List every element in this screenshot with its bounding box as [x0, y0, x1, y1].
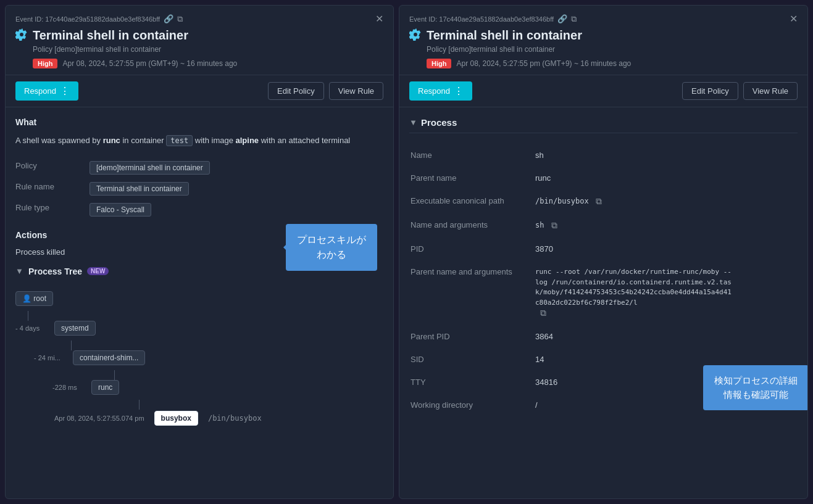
link-icon-right[interactable]: 🔗	[557, 14, 567, 23]
busybox-path: /bin/busybox	[208, 414, 262, 423]
exec-path-value: /bin/busybox ⧉	[535, 190, 796, 213]
tty-label: TTY	[411, 371, 534, 393]
timestamp-right: Apr 08, 2024, 5:27:55 pm (GMT+9) ~ 16 mi…	[456, 59, 631, 68]
systemd-time: - 4 days	[15, 324, 49, 332]
left-panel: Event ID: 17c440ae29a51882daab0e3ef8346b…	[5, 5, 394, 499]
root-node: 👤 root	[15, 291, 53, 306]
copy-icon-left[interactable]: ⧉	[177, 14, 183, 24]
tty-value: 34816 検知プロセスの詳細情報も確認可能	[535, 371, 796, 393]
tree-line-2	[71, 341, 72, 350]
rule-type-label: Rule type	[15, 199, 90, 220]
event-id-row-right: Event ID: 17c440ae29a51882daab0e3ef8346b…	[409, 13, 798, 25]
view-rule-button-right[interactable]: View Rule	[743, 82, 798, 100]
containerd-node: containerd-shim...	[73, 350, 145, 365]
process-section: ▼ Process Name sh Parent name runc Execu…	[399, 107, 807, 427]
parent-pid-row: Parent PID 3864	[411, 326, 796, 347]
parent-args-value: runc --root /var/run/docker/runtime-runc…	[535, 261, 796, 324]
process-tree-toggle[interactable]: ▼	[15, 266, 23, 276]
process-killed-row: Process killed プロセスキルがわかる	[15, 247, 383, 257]
left-panel-body: What A shell was spawned by runc in cont…	[6, 107, 393, 498]
process-name-value: sh	[535, 144, 796, 166]
exec-path-copy[interactable]: ⧉	[596, 196, 602, 206]
process-details-table: Name sh Parent name runc Executable cano…	[409, 143, 798, 417]
close-button-left[interactable]: ✕	[375, 13, 383, 25]
what-description: A shell was spawned by runc in container…	[15, 134, 383, 147]
alpine-text: alpine	[236, 136, 259, 145]
policy-subtitle-left: Policy [demo]terminal shell in container	[15, 45, 383, 54]
tree-node-systemd: - 4 days systemd	[15, 321, 96, 336]
tooltip-overlay-left: プロセスキルがわかる	[286, 224, 377, 271]
runc-node: runc	[91, 380, 119, 395]
severity-badge-left: High	[33, 59, 57, 68]
tree-node-busybox: 0 Apr 08, 2024, 5:27:55.074 pm busybox /…	[15, 411, 262, 426]
pid-row: PID 3870	[411, 238, 796, 260]
link-icon-left[interactable]: 🔗	[164, 14, 173, 23]
event-id-left: Event ID: 17c440ae29a51882daab0e3ef8346b…	[15, 15, 160, 23]
rule-type-row: Rule type Falco - Syscall	[15, 199, 383, 220]
process-section-title: Process	[421, 117, 457, 128]
busybox-timestamp: Apr 08, 2024, 5:27:55.074 pm	[54, 415, 144, 422]
edit-policy-button-left[interactable]: Edit Policy	[268, 82, 324, 100]
title-row-right: Terminal shell in container	[409, 28, 798, 43]
parent-args-row: Parent name and arguments runc --root /v…	[411, 261, 796, 324]
rule-type-value: Falco - Syscall	[90, 199, 383, 220]
working-dir-label: Working directory	[411, 394, 534, 416]
process-toggle[interactable]: ▼	[409, 118, 417, 127]
sid-label: SID	[411, 349, 534, 370]
tree-line-1	[28, 311, 28, 321]
name-args-row: Name and arguments sh ⧉	[411, 214, 796, 237]
pid-value: 3870	[535, 238, 796, 260]
respond-button-right[interactable]: Respond ⋮	[409, 81, 472, 101]
edit-policy-button-right[interactable]: Edit Policy	[682, 82, 738, 100]
event-id-row-left: Event ID: 17c440ae29a51882daab0e3ef8346b…	[15, 13, 383, 25]
actions-section: Actions Process killed プロセスキルがわかる	[15, 230, 383, 257]
action-bar-left: Respond ⋮ Edit Policy View Rule	[6, 75, 393, 107]
parent-name-row: Parent name runc	[411, 167, 796, 189]
policy-value: [demo]terminal shell in container	[90, 157, 383, 178]
new-badge: NEW	[87, 267, 109, 275]
left-panel-header: Event ID: 17c440ae29a51882daab0e3ef8346b…	[6, 6, 393, 75]
name-args-copy[interactable]: ⧉	[551, 220, 557, 230]
rule-name-row: Rule name Terminal shell in container	[15, 178, 383, 199]
title-row-left: Terminal shell in container	[15, 28, 383, 43]
right-tooltip-container: 検知プロセスの詳細情報も確認可能	[703, 365, 807, 410]
tty-row: TTY 34816 検知プロセスの詳細情報も確認可能	[411, 371, 796, 393]
tree-node-containerd: - 24 mi... containerd-shim...	[15, 350, 145, 365]
respond-dots-left[interactable]: ⋮	[60, 85, 70, 97]
process-killed-label: Process killed	[15, 247, 65, 257]
container-name: test	[166, 135, 193, 146]
process-tree-container: 👤 root - 4 days systemd - 24 mi... conta…	[15, 286, 383, 436]
right-tooltip: 検知プロセスの詳細情報も確認可能	[703, 365, 807, 410]
gear-icon-right	[409, 28, 422, 43]
event-id-right: Event ID: 17c440ae29a51882daab0e3ef8346b…	[409, 15, 554, 23]
exec-path-row: Executable canonical path /bin/busybox ⧉	[411, 190, 796, 213]
tree-line-3	[114, 370, 115, 380]
runc-text: runc	[103, 136, 120, 145]
runc-time: -228 ms	[52, 384, 86, 391]
containerd-time: - 24 mi...	[34, 354, 68, 361]
actions-tooltip: プロセスキルがわかる	[286, 224, 377, 271]
policy-row: Policy [demo]terminal shell in container	[15, 157, 383, 178]
right-panel-header: Event ID: 17c440ae29a51882daab0e3ef8346b…	[399, 6, 807, 75]
right-panel: Event ID: 17c440ae29a51882daab0e3ef8346b…	[399, 5, 808, 499]
parent-name-label: Parent name	[411, 167, 534, 189]
what-detail-table: Policy [demo]terminal shell in container…	[15, 157, 383, 220]
name-args-value: sh ⧉	[535, 214, 796, 237]
tree-node-runc: -228 ms runc	[15, 380, 119, 395]
process-section-header: ▼ Process	[409, 117, 798, 133]
process-name-label: Name	[411, 144, 534, 166]
respond-button-left[interactable]: Respond ⋮	[15, 81, 78, 101]
parent-pid-value: 3864	[535, 326, 796, 347]
panel-title-right: Terminal shell in container	[427, 28, 582, 43]
view-rule-button-left[interactable]: View Rule	[329, 82, 383, 100]
parent-args-copy[interactable]: ⧉	[540, 308, 546, 318]
rule-name-value: Terminal shell in container	[90, 178, 383, 199]
respond-dots-right[interactable]: ⋮	[454, 85, 464, 97]
close-button-right[interactable]: ✕	[790, 13, 798, 25]
parent-pid-label: Parent PID	[411, 326, 534, 347]
gear-icon-left	[15, 28, 28, 43]
copy-icon-right[interactable]: ⧉	[571, 14, 577, 24]
process-tree-section: ▼ Process Tree NEW 👤 root - 4 days syste…	[15, 266, 383, 436]
action-bar-right: Respond ⋮ Edit Policy View Rule	[399, 75, 807, 107]
what-section-title: What	[15, 117, 383, 127]
